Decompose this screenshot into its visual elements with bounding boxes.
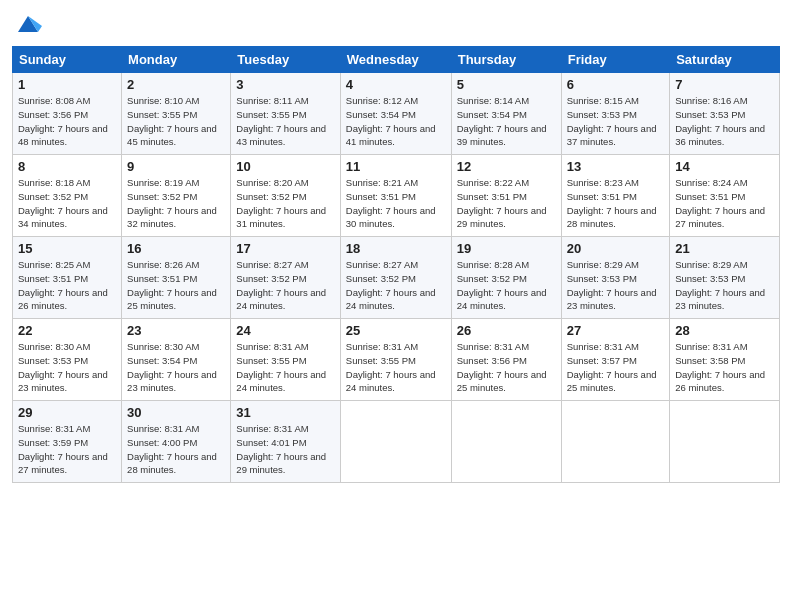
day-info: Sunrise: 8:14 AMSunset: 3:54 PMDaylight:…: [457, 95, 547, 147]
day-number: 3: [236, 77, 334, 92]
day-info: Sunrise: 8:25 AMSunset: 3:51 PMDaylight:…: [18, 259, 108, 311]
calendar-cell: 24Sunrise: 8:31 AMSunset: 3:55 PMDayligh…: [231, 319, 340, 401]
day-info: Sunrise: 8:31 AMSunset: 3:59 PMDaylight:…: [18, 423, 108, 475]
calendar-cell: [561, 401, 670, 483]
day-info: Sunrise: 8:24 AMSunset: 3:51 PMDaylight:…: [675, 177, 765, 229]
day-number: 17: [236, 241, 334, 256]
day-number: 28: [675, 323, 774, 338]
day-info: Sunrise: 8:30 AMSunset: 3:53 PMDaylight:…: [18, 341, 108, 393]
weekday-header-tuesday: Tuesday: [231, 47, 340, 73]
day-number: 13: [567, 159, 665, 174]
day-info: Sunrise: 8:23 AMSunset: 3:51 PMDaylight:…: [567, 177, 657, 229]
day-info: Sunrise: 8:29 AMSunset: 3:53 PMDaylight:…: [675, 259, 765, 311]
day-info: Sunrise: 8:31 AMSunset: 3:55 PMDaylight:…: [236, 341, 326, 393]
day-info: Sunrise: 8:31 AMSunset: 3:57 PMDaylight:…: [567, 341, 657, 393]
weekday-header-friday: Friday: [561, 47, 670, 73]
day-number: 4: [346, 77, 446, 92]
day-number: 23: [127, 323, 225, 338]
calendar-cell: 20Sunrise: 8:29 AMSunset: 3:53 PMDayligh…: [561, 237, 670, 319]
calendar-cell: 27Sunrise: 8:31 AMSunset: 3:57 PMDayligh…: [561, 319, 670, 401]
day-info: Sunrise: 8:26 AMSunset: 3:51 PMDaylight:…: [127, 259, 217, 311]
day-number: 10: [236, 159, 334, 174]
calendar-cell: 5Sunrise: 8:14 AMSunset: 3:54 PMDaylight…: [451, 73, 561, 155]
calendar-cell: 9Sunrise: 8:19 AMSunset: 3:52 PMDaylight…: [122, 155, 231, 237]
day-number: 31: [236, 405, 334, 420]
day-info: Sunrise: 8:27 AMSunset: 3:52 PMDaylight:…: [236, 259, 326, 311]
weekday-header-wednesday: Wednesday: [340, 47, 451, 73]
calendar-cell: 16Sunrise: 8:26 AMSunset: 3:51 PMDayligh…: [122, 237, 231, 319]
day-number: 15: [18, 241, 116, 256]
day-number: 26: [457, 323, 556, 338]
day-info: Sunrise: 8:16 AMSunset: 3:53 PMDaylight:…: [675, 95, 765, 147]
calendar-cell: 17Sunrise: 8:27 AMSunset: 3:52 PMDayligh…: [231, 237, 340, 319]
calendar-cell: 10Sunrise: 8:20 AMSunset: 3:52 PMDayligh…: [231, 155, 340, 237]
calendar-cell: 13Sunrise: 8:23 AMSunset: 3:51 PMDayligh…: [561, 155, 670, 237]
day-number: 18: [346, 241, 446, 256]
weekday-header-monday: Monday: [122, 47, 231, 73]
day-info: Sunrise: 8:11 AMSunset: 3:55 PMDaylight:…: [236, 95, 326, 147]
calendar-page: SundayMondayTuesdayWednesdayThursdayFrid…: [0, 0, 792, 612]
calendar-cell: 15Sunrise: 8:25 AMSunset: 3:51 PMDayligh…: [13, 237, 122, 319]
day-number: 12: [457, 159, 556, 174]
day-number: 11: [346, 159, 446, 174]
day-info: Sunrise: 8:20 AMSunset: 3:52 PMDaylight:…: [236, 177, 326, 229]
day-number: 14: [675, 159, 774, 174]
day-number: 7: [675, 77, 774, 92]
day-info: Sunrise: 8:08 AMSunset: 3:56 PMDaylight:…: [18, 95, 108, 147]
day-info: Sunrise: 8:10 AMSunset: 3:55 PMDaylight:…: [127, 95, 217, 147]
weekday-header-saturday: Saturday: [670, 47, 780, 73]
calendar-cell: 19Sunrise: 8:28 AMSunset: 3:52 PMDayligh…: [451, 237, 561, 319]
calendar-cell: 2Sunrise: 8:10 AMSunset: 3:55 PMDaylight…: [122, 73, 231, 155]
day-info: Sunrise: 8:31 AMSunset: 4:01 PMDaylight:…: [236, 423, 326, 475]
day-info: Sunrise: 8:31 AMSunset: 4:00 PMDaylight:…: [127, 423, 217, 475]
header: [12, 10, 780, 38]
day-info: Sunrise: 8:12 AMSunset: 3:54 PMDaylight:…: [346, 95, 436, 147]
day-number: 16: [127, 241, 225, 256]
day-number: 24: [236, 323, 334, 338]
day-number: 21: [675, 241, 774, 256]
day-number: 29: [18, 405, 116, 420]
logo: [12, 10, 42, 38]
calendar-cell: 18Sunrise: 8:27 AMSunset: 3:52 PMDayligh…: [340, 237, 451, 319]
day-info: Sunrise: 8:21 AMSunset: 3:51 PMDaylight:…: [346, 177, 436, 229]
weekday-header-sunday: Sunday: [13, 47, 122, 73]
day-info: Sunrise: 8:28 AMSunset: 3:52 PMDaylight:…: [457, 259, 547, 311]
day-number: 27: [567, 323, 665, 338]
day-info: Sunrise: 8:31 AMSunset: 3:58 PMDaylight:…: [675, 341, 765, 393]
day-info: Sunrise: 8:18 AMSunset: 3:52 PMDaylight:…: [18, 177, 108, 229]
day-info: Sunrise: 8:19 AMSunset: 3:52 PMDaylight:…: [127, 177, 217, 229]
day-info: Sunrise: 8:27 AMSunset: 3:52 PMDaylight:…: [346, 259, 436, 311]
logo-icon: [14, 10, 42, 38]
day-number: 8: [18, 159, 116, 174]
calendar-cell: 6Sunrise: 8:15 AMSunset: 3:53 PMDaylight…: [561, 73, 670, 155]
calendar-cell: [340, 401, 451, 483]
calendar-cell: [451, 401, 561, 483]
calendar-cell: 23Sunrise: 8:30 AMSunset: 3:54 PMDayligh…: [122, 319, 231, 401]
day-info: Sunrise: 8:15 AMSunset: 3:53 PMDaylight:…: [567, 95, 657, 147]
day-number: 20: [567, 241, 665, 256]
calendar-table: SundayMondayTuesdayWednesdayThursdayFrid…: [12, 46, 780, 483]
calendar-cell: 7Sunrise: 8:16 AMSunset: 3:53 PMDaylight…: [670, 73, 780, 155]
calendar-cell: 22Sunrise: 8:30 AMSunset: 3:53 PMDayligh…: [13, 319, 122, 401]
day-number: 22: [18, 323, 116, 338]
weekday-header-thursday: Thursday: [451, 47, 561, 73]
calendar-cell: 14Sunrise: 8:24 AMSunset: 3:51 PMDayligh…: [670, 155, 780, 237]
day-number: 9: [127, 159, 225, 174]
calendar-cell: 3Sunrise: 8:11 AMSunset: 3:55 PMDaylight…: [231, 73, 340, 155]
calendar-cell: 29Sunrise: 8:31 AMSunset: 3:59 PMDayligh…: [13, 401, 122, 483]
calendar-cell: 12Sunrise: 8:22 AMSunset: 3:51 PMDayligh…: [451, 155, 561, 237]
calendar-cell: 1Sunrise: 8:08 AMSunset: 3:56 PMDaylight…: [13, 73, 122, 155]
calendar-cell: 4Sunrise: 8:12 AMSunset: 3:54 PMDaylight…: [340, 73, 451, 155]
day-info: Sunrise: 8:22 AMSunset: 3:51 PMDaylight:…: [457, 177, 547, 229]
day-number: 1: [18, 77, 116, 92]
day-number: 2: [127, 77, 225, 92]
day-number: 6: [567, 77, 665, 92]
calendar-cell: 11Sunrise: 8:21 AMSunset: 3:51 PMDayligh…: [340, 155, 451, 237]
day-info: Sunrise: 8:30 AMSunset: 3:54 PMDaylight:…: [127, 341, 217, 393]
calendar-cell: 21Sunrise: 8:29 AMSunset: 3:53 PMDayligh…: [670, 237, 780, 319]
calendar-cell: [670, 401, 780, 483]
day-info: Sunrise: 8:31 AMSunset: 3:55 PMDaylight:…: [346, 341, 436, 393]
day-number: 5: [457, 77, 556, 92]
day-number: 25: [346, 323, 446, 338]
day-info: Sunrise: 8:31 AMSunset: 3:56 PMDaylight:…: [457, 341, 547, 393]
